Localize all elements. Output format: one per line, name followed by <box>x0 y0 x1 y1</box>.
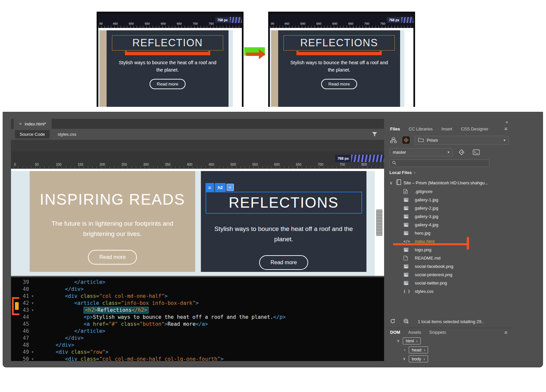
read-more-button[interactable]: Read more <box>321 79 357 89</box>
code-line-44[interactable]: 44<p>Stylish ways to bounce the heat off… <box>11 314 384 321</box>
search-input[interactable] <box>396 161 483 166</box>
code-line-39[interactable]: 39</article> <box>11 279 384 286</box>
file-item-styles-css[interactable]: { }styles.css <box>387 287 512 295</box>
element-outline: REFLECTION <box>112 35 223 51</box>
dom-node-box[interactable]: html› <box>403 337 421 344</box>
tab-dom[interactable]: DOM <box>390 330 400 335</box>
dom-node-box[interactable]: head› <box>409 346 428 353</box>
document-tab-index-html[interactable]: × index.html* <box>14 119 52 129</box>
expand-icon[interactable]: › <box>404 347 405 352</box>
fold-arrow-icon[interactable]: ▼ <box>32 356 37 361</box>
element-menu-icon[interactable]: ≡ <box>206 183 214 192</box>
fold-arrow-icon[interactable]: ▼ <box>32 307 37 314</box>
code-line-40[interactable]: 40</div> <box>11 286 384 293</box>
related-file-source-code[interactable]: Source Code <box>15 130 50 138</box>
code-line-46[interactable]: 46</article> <box>11 328 384 335</box>
expand-icon: › <box>423 356 425 361</box>
adjacent-column-edge <box>271 30 278 107</box>
inspiring-reads-card[interactable]: INSPIRING READS The future is in lighten… <box>30 171 195 272</box>
file-item-social-twitter-png[interactable]: social-twitter.png <box>387 279 512 287</box>
dom-panel-menu-icon[interactable]: ≡ <box>504 329 507 335</box>
local-files-label: Local Files <box>389 170 412 175</box>
file-item-hero-jpg[interactable]: hero.jpg <box>387 229 512 237</box>
media-query-chevrons[interactable] <box>351 155 384 162</box>
file-name: social-twitter.png <box>415 281 447 286</box>
panel-menu-icon[interactable]: ≡ <box>504 126 507 131</box>
h2-selection-outline[interactable]: ≡ h2 + REFLECTIONS <box>206 192 362 214</box>
dom-node-box[interactable]: body› <box>409 355 428 362</box>
ruler-tick: 500 <box>129 22 134 25</box>
file-item-gallery-4-jpg[interactable]: gallery-4.jpg <box>387 221 512 229</box>
read-more-button[interactable]: Read more <box>259 255 308 270</box>
tab-assets[interactable]: Assets <box>408 330 421 335</box>
scrollbar-thumb[interactable] <box>376 209 382 236</box>
tab-snippets[interactable]: Snippets <box>429 330 446 335</box>
tab-insert[interactable]: Insert <box>441 126 452 131</box>
reflections-card[interactable]: ≡ h2 + REFLECTIONS Stylish ways to bounc… <box>201 171 366 272</box>
read-more-button[interactable]: Read more <box>150 79 186 89</box>
file-search[interactable] <box>389 159 489 167</box>
viewport-width-badge[interactable]: 768 px <box>335 155 351 162</box>
file-item-gallery-3-jpg[interactable]: gallery-3.jpg <box>387 212 512 221</box>
file-item-logo-png[interactable]: logo.png <box>387 246 512 254</box>
ruler-tick: 200 <box>100 163 105 166</box>
branch-select-value: master <box>393 150 406 155</box>
related-file-styles-css[interactable]: styles.css <box>58 132 76 137</box>
site-select-value: Prism <box>427 138 438 143</box>
dom-node-html[interactable]: ∨html› <box>387 337 512 346</box>
tab-css-designer[interactable]: CSS Designer <box>461 126 488 131</box>
fold-arrow-icon[interactable]: ▼ <box>32 349 37 356</box>
close-icon[interactable]: × <box>19 121 22 126</box>
panel-overflow-icon[interactable]: » <box>506 119 508 124</box>
dom-node-head[interactable]: ›head› <box>387 346 512 355</box>
code-line-43[interactable]: 43▼<h2>Reflections</h2> <box>11 307 384 314</box>
collapse-icon[interactable]: ∨ <box>397 338 400 343</box>
code-token: "row" <box>90 349 106 355</box>
collapse-icon[interactable]: ∨ <box>389 180 395 185</box>
code-line-49[interactable]: 49▼<div class="row"> <box>11 349 384 356</box>
connect-server-icon[interactable] <box>390 137 397 144</box>
code-token: </p> <box>273 314 285 320</box>
file-item-gallery-1-jpg[interactable]: gallery-1.jpg <box>387 196 512 204</box>
ruler-tick: 600 <box>161 22 166 25</box>
preview-ruler: 00450500550600650700750 768 px <box>98 13 242 28</box>
terminal-icon[interactable] <box>473 149 480 156</box>
element-tag-label[interactable]: h2 <box>215 183 226 192</box>
site-root-item[interactable]: ∨ Site – Prism (Macintosh HD:Users:shahg… <box>387 179 512 187</box>
code-line-47[interactable]: 47</div> <box>11 335 384 342</box>
annotation-underline-index-html <box>393 243 468 245</box>
dom-node-body[interactable]: ∨body› <box>387 355 512 364</box>
add-element-button[interactable]: + <box>227 184 234 191</box>
file-item-gitignore[interactable]: .gitignore <box>387 187 512 196</box>
file-item-social-pinterest-png[interactable]: social-pinterest.png <box>387 271 512 279</box>
git-icon[interactable] <box>402 136 410 145</box>
site-select[interactable]: Prism ▾ <box>415 136 509 145</box>
read-more-button[interactable]: Read more <box>88 250 137 265</box>
code-line-41[interactable]: 41▼<div class="col col-md-one-half"> <box>11 293 384 300</box>
filter-icon[interactable] <box>372 132 377 138</box>
live-view-scrollbar[interactable] <box>375 169 384 276</box>
tab-cc-libraries[interactable]: CC Libraries <box>409 126 433 131</box>
git-sync-icon[interactable] <box>458 149 465 157</box>
file-item-readme-md[interactable]: README.md <box>387 254 512 262</box>
code-token: </div> <box>65 335 84 341</box>
collapse-icon[interactable]: ∨ <box>403 356 406 361</box>
file-item-social-facebook-png[interactable]: social-facebook.png <box>387 262 512 271</box>
fold-arrow-icon[interactable]: ▼ <box>32 293 37 300</box>
code-view[interactable]: 39</article>40</div>41▼<div class="col c… <box>11 277 384 361</box>
code-line-42[interactable]: 42▼<article class="info-box info-box-dar… <box>11 300 384 307</box>
branch-select[interactable]: master ▾ <box>389 148 453 156</box>
sync-status-icon[interactable] <box>403 318 409 325</box>
annotation-marker <box>15 302 19 310</box>
code-line-45[interactable]: 45<a href="#" class="button">Read more</… <box>11 321 384 328</box>
code-line-48[interactable]: 48</div> <box>11 342 384 349</box>
css-file-icon: { } <box>403 289 410 294</box>
code-line-50[interactable]: 50▼<div class="col col-md-one-half col-l… <box>11 356 384 361</box>
site-toolbar: Prism ▾ <box>387 135 512 145</box>
fold-arrow-icon[interactable]: ▼ <box>32 300 37 307</box>
local-files-header[interactable]: Local Files↑ <box>389 170 416 175</box>
refresh-icon[interactable] <box>390 318 395 325</box>
ruler-tick: 100 <box>56 163 62 166</box>
file-item-gallery-2-jpg[interactable]: gallery-2.jpg <box>387 204 512 212</box>
tab-files[interactable]: Files <box>390 126 400 131</box>
